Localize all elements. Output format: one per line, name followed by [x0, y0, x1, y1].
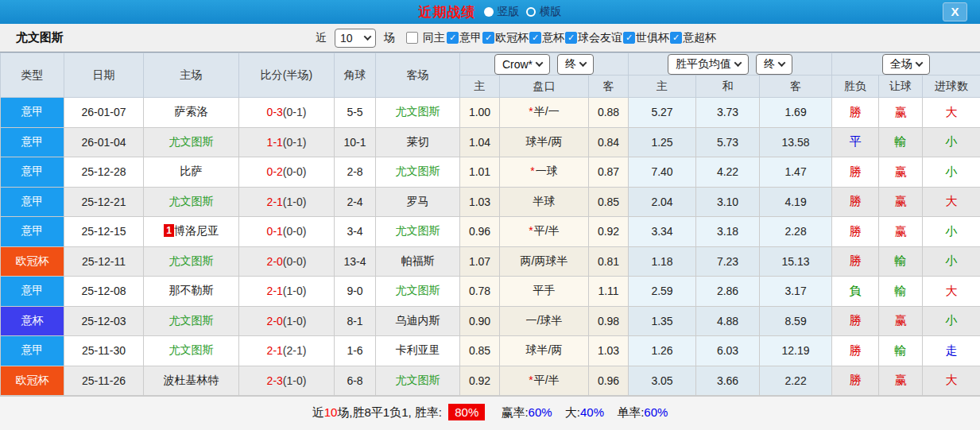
- header-avg-draw: 和: [696, 76, 760, 98]
- avg-time-dropdown[interactable]: 终: [756, 54, 792, 75]
- competition-filter[interactable]: ✓意甲: [447, 31, 482, 45]
- home-team: 1博洛尼亚: [144, 217, 239, 247]
- result-goals: 大: [923, 277, 980, 307]
- competition-checkbox[interactable]: ✓: [529, 32, 541, 44]
- corners: 5-5: [335, 98, 376, 128]
- odds-line: 球半/两: [500, 336, 589, 366]
- competition-filter[interactable]: ✓球会友谊: [565, 31, 622, 45]
- score: 2-1(1-0): [239, 277, 335, 307]
- table-row: 意杯25-12-03尤文图斯2-0(1-0)8-1乌迪内斯0.90一/球半0.9…: [1, 306, 980, 336]
- result-wl: 勝: [832, 366, 879, 396]
- result-handicap: 赢: [879, 187, 923, 217]
- competition-checkbox[interactable]: ✓: [447, 32, 459, 44]
- same-home-filter[interactable]: 同主: [406, 31, 445, 45]
- home-team: 尤文图斯: [144, 306, 239, 336]
- match-date: 25-12-15: [64, 217, 144, 247]
- result-wl: 負: [832, 277, 879, 307]
- result-handicap: 輸: [879, 246, 923, 277]
- close-button[interactable]: X: [943, 2, 967, 21]
- avg-away: 2.22: [760, 366, 832, 396]
- league-badge: 欧冠杯: [1, 246, 64, 277]
- single-pct-label: 单率:: [617, 405, 644, 419]
- league-badge: 意杯: [1, 306, 64, 336]
- footer-middle: 场,胜8平1负1, 胜率:: [337, 405, 442, 419]
- score: 0-3(0-1): [239, 98, 335, 128]
- same-home-checkbox[interactable]: [406, 32, 418, 44]
- avg-away: 12.19: [760, 336, 832, 366]
- big-pct-label: 大:: [565, 405, 580, 419]
- handicap-star: *: [529, 105, 533, 118]
- table-row: 意甲25-12-08那不勒斯2-1(1-0)9-0尤文图斯0.78平手1.112…: [1, 277, 980, 307]
- competition-checkbox[interactable]: ✓: [482, 32, 494, 44]
- competition-label: 意甲: [459, 31, 482, 45]
- odds-away: 0.85: [589, 187, 629, 217]
- competition-label: 意杯: [542, 31, 564, 45]
- header-avg-home: 主: [629, 76, 696, 98]
- layout-radio-horizontal[interactable]: 横版: [526, 5, 562, 19]
- competition-filter[interactable]: ✓意超杯: [670, 31, 716, 45]
- avg-away: 2.28: [760, 217, 832, 247]
- odds-time-dropdown[interactable]: 终: [557, 54, 594, 75]
- result-handicap: 赢: [879, 157, 923, 188]
- competition-checkbox[interactable]: ✓: [670, 32, 682, 44]
- avg-home: 2.59: [629, 277, 696, 307]
- competition-label: 意超杯: [683, 31, 716, 45]
- table-row: 意甲25-12-21尤文图斯2-1(1-0)2-4罗马1.03半球0.852.0…: [1, 187, 980, 217]
- away-team: 罗马: [376, 187, 460, 217]
- recent-count-select[interactable]: 10: [335, 29, 376, 48]
- odds-away: 0.92: [589, 217, 629, 247]
- radio-unselected-icon[interactable]: [526, 7, 536, 17]
- result-handicap: 輸: [879, 277, 923, 307]
- odds-line: 半球: [500, 187, 589, 217]
- odds-home: 0.90: [460, 306, 500, 336]
- avg-away: 15.13: [760, 246, 832, 277]
- league-badge: 意甲: [1, 157, 64, 188]
- league-badge: 意甲: [1, 336, 64, 366]
- avg-away: 3.17: [760, 277, 832, 307]
- layout-radio-vertical[interactable]: 竖版: [484, 5, 520, 19]
- competition-filter[interactable]: ✓世俱杯: [623, 31, 669, 45]
- avg-draw: 6.03: [696, 336, 760, 366]
- result-goals: 大: [923, 366, 980, 396]
- result-wl: 勝: [832, 306, 879, 336]
- competition-filter[interactable]: ✓欧冠杯: [482, 31, 529, 45]
- competition-checkbox[interactable]: ✓: [623, 32, 635, 44]
- avg-away: 4.19: [760, 187, 832, 217]
- footer-summary: 近10场,胜8平1负1, 胜率: 80% 赢率:60% 大:40% 单率:60%: [0, 396, 980, 430]
- avg-home: 2.04: [629, 187, 696, 217]
- competition-checkbox[interactable]: ✓: [565, 32, 577, 44]
- odds-source-dropdown[interactable]: Crow*: [494, 54, 550, 75]
- win-pct-value: 60%: [529, 405, 552, 419]
- result-wl: 勝: [832, 217, 879, 247]
- avg-away: 1.47: [760, 157, 832, 188]
- odds-away: 0.84: [589, 127, 629, 157]
- avg-draw: 5.73: [696, 127, 760, 157]
- result-handicap: 輸: [879, 127, 923, 157]
- home-team: 波杜基林特: [144, 366, 239, 396]
- avg-home: 1.25: [629, 127, 696, 157]
- avg-home: 5.27: [629, 98, 696, 128]
- header-away: 客场: [376, 53, 460, 98]
- result-wl: 勝: [832, 187, 879, 217]
- avg-draw: 3.18: [696, 217, 760, 247]
- layout-radio-group: 竖版 横版: [481, 5, 562, 19]
- result-handicap: 赢: [879, 217, 923, 247]
- avg-draw: 2.86: [696, 277, 760, 307]
- avg-away: 13.58: [760, 127, 832, 157]
- table-header: 类型 日期 主场 比分(半场) 角球 客场 Crow* 终: [1, 53, 980, 98]
- handicap-star: *: [529, 374, 533, 386]
- header-result-wl: 胜负: [832, 76, 879, 98]
- away-team: 乌迪内斯: [376, 306, 460, 336]
- away-team: 尤文图斯: [376, 217, 460, 247]
- period-dropdown[interactable]: 全场: [882, 54, 930, 75]
- radio-selected-icon[interactable]: [484, 7, 494, 17]
- odds-away: 1.03: [589, 336, 629, 366]
- chevron-down-icon: [734, 59, 742, 67]
- avg-type-value: 胜平负均值: [676, 57, 731, 72]
- win-rate-badge: 80%: [448, 404, 485, 420]
- header-corners: 角球: [335, 53, 376, 98]
- competition-filter[interactable]: ✓意杯: [529, 31, 564, 45]
- avg-type-dropdown[interactable]: 胜平负均值: [668, 54, 749, 75]
- competition-label: 欧冠杯: [495, 31, 529, 45]
- result-goals: 小: [923, 157, 980, 188]
